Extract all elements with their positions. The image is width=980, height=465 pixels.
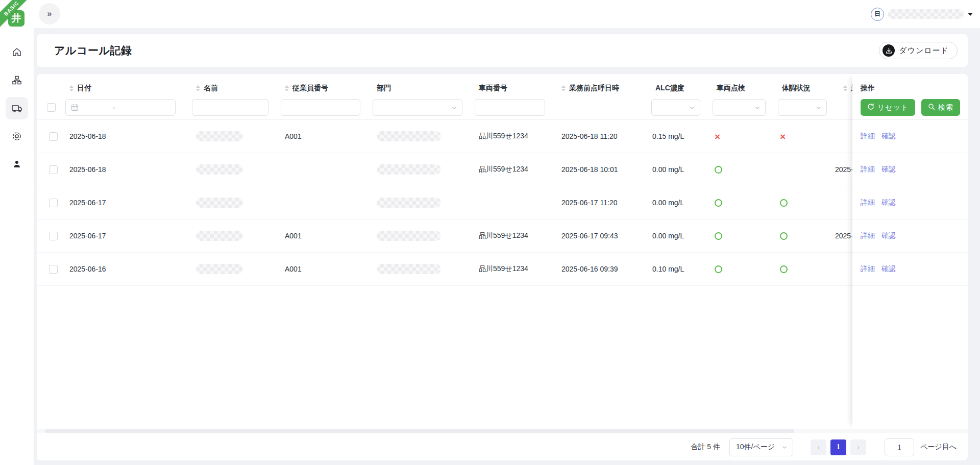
cell-vehicle-no: 品川559せ1234: [471, 120, 553, 153]
sidebar-item-organization[interactable]: [6, 69, 28, 91]
column-header-pre_check_time: 業務前点呼日時: [553, 74, 647, 95]
cell-department: [369, 253, 471, 285]
cell-employee-no: A001: [277, 253, 369, 285]
row-checkbox[interactable]: [49, 232, 58, 240]
row-checkbox[interactable]: [49, 265, 58, 274]
operations-row: 詳細確認: [852, 253, 968, 286]
column-label: 車両点検: [717, 84, 745, 93]
detail-link[interactable]: 詳細: [861, 165, 875, 174]
confirm-link[interactable]: 確認: [881, 165, 896, 174]
download-button[interactable]: ダウンロード: [879, 42, 958, 59]
redacted-department: [377, 131, 441, 141]
sidebar-item-account[interactable]: [6, 153, 28, 176]
table-row: 2025-06-172025-06-17 11:200.00 mg/L: [37, 186, 968, 219]
sidebar-item-home[interactable]: [6, 41, 28, 63]
title-card: アルコール記録 ダウンロード: [37, 34, 968, 67]
row-checkbox[interactable]: [49, 199, 58, 207]
next-page-button[interactable]: ›: [850, 439, 866, 455]
detail-link[interactable]: 詳細: [861, 132, 875, 141]
confirm-link[interactable]: 確認: [881, 198, 896, 207]
jump-to-page-input[interactable]: [885, 438, 914, 456]
sort-icon[interactable]: [843, 85, 847, 91]
cell-alc: 0.00 mg/L: [647, 219, 708, 252]
date-range-filter[interactable]: -: [65, 99, 176, 116]
filter-cell-pre_check_time: [553, 95, 647, 119]
page-size-select[interactable]: 10件/ページ: [729, 438, 793, 456]
filter-select-condition[interactable]: [778, 99, 827, 116]
cell-date: 2025-06-17: [61, 219, 188, 252]
detail-link[interactable]: 詳細: [861, 198, 875, 207]
sort-icon[interactable]: [285, 85, 289, 91]
sort-icon[interactable]: [196, 85, 200, 91]
sidebar-collapse-button[interactable]: »: [39, 3, 60, 25]
sidebar-item-settings[interactable]: [6, 125, 28, 148]
row-checkbox-cell: [37, 253, 61, 285]
cell-condition: [774, 253, 835, 285]
confirm-link[interactable]: 確認: [881, 132, 896, 141]
ok-mark-icon: [780, 265, 788, 273]
table-header-row: 日付名前従業員番号部門車両番号業務前点呼日時ALC濃度車両点検体調状況業務後点呼…: [37, 74, 968, 95]
confirm-link[interactable]: 確認: [881, 264, 896, 274]
gear-icon: [12, 131, 22, 141]
sidebar-item-vehicle[interactable]: [6, 97, 28, 119]
column-label: 従業員番号: [292, 84, 328, 93]
redacted-name: [196, 264, 243, 274]
download-label: ダウンロード: [899, 46, 949, 56]
column-label: ALC濃度: [655, 84, 684, 93]
cell-pre-check-time: 2025-06-17 11:20: [553, 186, 647, 219]
ok-mark-icon: [715, 199, 722, 207]
confirm-link[interactable]: 確認: [881, 231, 896, 240]
column-header-vehicle_check: 車両点検: [708, 74, 774, 95]
user-icon: [12, 159, 22, 169]
reset-label: リセット: [877, 103, 909, 112]
topbar: » 日: [34, 0, 980, 28]
ng-mark-icon: ×: [780, 132, 786, 141]
cell-department: [369, 219, 471, 252]
alcohol-records-table: 日付名前従業員番号部門車両番号業務前点呼日時ALC濃度車両点検体調状況業務後点呼…: [37, 74, 968, 460]
cell-condition: [774, 186, 835, 219]
chevron-down-icon: [816, 105, 822, 111]
redacted-department: [377, 264, 441, 274]
horizontal-scrollbar-thumb[interactable]: [45, 429, 794, 433]
reset-button[interactable]: リセット: [861, 99, 915, 116]
reset-icon: [867, 103, 874, 112]
cell-vehicle-no: [471, 186, 553, 219]
filter-select-alc[interactable]: [651, 99, 700, 116]
select-all-checkbox[interactable]: [47, 103, 56, 112]
cell-alc: 0.10 mg/L: [647, 253, 708, 285]
column-header-department: 部門: [369, 74, 471, 95]
cell-employee-no: A001: [277, 120, 369, 153]
sort-icon[interactable]: [69, 85, 74, 91]
cell-vehicle-check: ×: [708, 120, 774, 153]
filter-cell-department: [369, 95, 471, 119]
redacted-department: [377, 231, 441, 241]
filter-select-department[interactable]: [373, 99, 462, 116]
table-row: 2025-06-18品川559せ12342025-06-18 10:010.00…: [37, 153, 968, 186]
cell-date: 2025-06-18: [61, 153, 188, 186]
filter-input-vehicle_no[interactable]: [475, 99, 545, 116]
cell-pre-check-time: 2025-06-17 09:43: [553, 219, 647, 252]
cell-date: 2025-06-16: [61, 253, 188, 285]
cell-vehicle-check: [708, 186, 774, 219]
detail-link[interactable]: 詳細: [861, 231, 875, 240]
filter-input-employee_no[interactable]: [281, 99, 360, 116]
ok-mark-icon: [780, 232, 788, 240]
prev-page-button[interactable]: ‹: [811, 439, 826, 455]
row-checkbox[interactable]: [49, 132, 58, 141]
column-label: 日付: [77, 84, 91, 93]
redacted-name: [196, 131, 243, 141]
user-menu[interactable]: 日: [871, 0, 973, 28]
ok-mark-icon: [780, 199, 788, 207]
page-1-button[interactable]: 1: [830, 439, 846, 455]
filter-input-name[interactable]: [192, 99, 268, 116]
row-checkbox[interactable]: [49, 165, 58, 174]
sort-icon[interactable]: [561, 85, 566, 91]
redacted-name: [196, 198, 243, 208]
search-button[interactable]: 検索: [921, 99, 960, 116]
user-avatar[interactable]: 日: [871, 8, 884, 21]
cell-employee-no: [277, 186, 369, 219]
date-range-separator: -: [113, 104, 115, 112]
filter-select-vehicle_check[interactable]: [713, 99, 766, 116]
redacted-department: [377, 198, 441, 208]
detail-link[interactable]: 詳細: [861, 264, 875, 274]
